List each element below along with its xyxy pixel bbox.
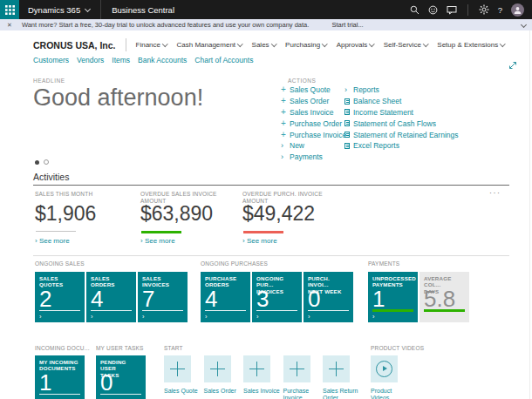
menu-self-service[interactable]: Self-Service [384,41,428,49]
cue-tile-pending-user-tasks[interactable]: PENDING USER TASKS 0 › [96,355,146,399]
link-customers[interactable]: Customers [33,56,69,64]
more-options-icon[interactable]: ··· [489,188,501,197]
menu-setup-extensions[interactable]: Setup & Extensions [437,41,504,49]
cue-tile-unprocessed-payments[interactable]: UNPROCESSED PAYMENTS 1 › [368,272,418,322]
kpi-sales-this-month: SALES THIS MONTH $1,906 › See more [35,191,135,245]
dynamics-365-menu[interactable]: Dynamics 365 [28,5,80,15]
start-tiles: Sales Quote Sales Order Sales Invoice Pu… [164,355,350,399]
action-group-new[interactable]: ›New [281,140,346,152]
action-income-statement[interactable]: Income Statement [344,107,459,118]
link-bank-accounts[interactable]: Bank Accounts [138,56,187,64]
trial-notification-bar: ✕ Want more? Start a free, 30-day trial … [0,19,532,30]
tile-underline [39,310,80,311]
kpi-value[interactable]: $1,906 [35,202,96,226]
tile-status-bar [372,309,413,312]
new-sales-return-order-tile[interactable] [323,355,350,382]
business-central-home-page: Dynamics 365 Business Central [0,0,532,399]
see-more-link[interactable]: › See more [35,237,70,245]
start-item-sales-return-order: Sales Return Order [323,355,350,399]
action-statement-retained-earnings[interactable]: Statement of Retained Earnings [344,129,459,140]
person-icon [514,6,522,14]
scrollbar-track[interactable] [529,30,530,399]
cue-tile-sales-orders[interactable]: SALES ORDERS 4 › [86,272,136,322]
cue-tile-purchase-orders[interactable]: PURCHASE ORDERS 4 › [201,272,250,322]
link-items[interactable]: Items [112,56,130,64]
start-item-sales-quote: Sales Quote [164,355,191,399]
action-new-sales-quote[interactable]: +Sales Quote [281,85,346,96]
kpi-value[interactable]: $63,890 [140,202,213,226]
menu-finance[interactable]: Finance [136,41,167,49]
cue-tile-purchase-invoices-next-week[interactable]: PURCH. INVOI... NEXT WEEK 0 › [304,272,353,322]
action-new-sales-order[interactable]: +Sales Order [281,96,346,107]
ongoing-sales-tiles: SALES QUOTES 2 › SALES ORDERS 4 › SALES … [35,272,188,322]
report-icon [344,109,350,115]
help-button[interactable]: ? [498,5,502,15]
action-balance-sheet[interactable]: Balance Sheet [344,96,459,107]
chevron-right-icon: › [242,237,245,245]
company-name[interactable]: CRONUS USA, Inc. [33,40,116,51]
menu-approvals[interactable]: Approvals [337,41,374,49]
new-purchase-invoice-tile[interactable] [283,355,310,382]
see-more-link[interactable]: › See more [242,237,277,245]
nav-divider [126,38,126,51]
cue-tile-sales-quotes[interactable]: SALES QUOTES 2 › [35,272,85,322]
chevron-down-icon [322,41,327,46]
payments-tiles: UNPROCESSED PAYMENTS 1 › AVERAGE COL... … [368,272,469,322]
chevron-right-icon: › [281,152,290,161]
action-group-reports[interactable]: ›Reports [344,85,459,96]
menu-cash-management[interactable]: Cash Management [176,41,242,49]
menu-purchasing[interactable]: Purchasing [285,41,327,49]
topbar-divider [100,0,101,19]
cue-tile-average-collection-days[interactable]: AVERAGE COL... DAYS 5.8 [419,272,469,322]
actions-column-1: +Sales Quote +Sales Order +Sales Invoice… [281,85,346,163]
cue-tile-my-incoming-documents[interactable]: MY INCOMING DOCUMENTS 1 › [35,355,85,399]
group-title-my-user-tasks: MY USER TASKS [96,345,144,351]
new-sales-quote-tile[interactable] [164,355,191,382]
link-vendors[interactable]: Vendors [77,56,104,64]
action-new-purchase-invoice[interactable]: +Purchase Invoice [281,129,346,140]
link-chart-of-accounts[interactable]: Chart of Accounts [194,56,253,64]
chevron-down-icon[interactable] [521,22,527,28]
start-item-sales-invoice: Sales Invoice [243,355,270,399]
carousel-dot-active[interactable] [35,160,39,165]
chevron-right-icon: › [308,313,310,321]
expand-icon[interactable] [508,57,517,73]
message-bubble-icon[interactable] [447,5,457,15]
new-sales-order-tile[interactable] [204,355,231,382]
action-new-purchase-order[interactable]: +Purchase Order [281,118,346,129]
headline-label: HEADLINE [33,78,65,84]
plus-icon: + [281,119,290,128]
action-group-payments[interactable]: ›Payments [281,152,346,163]
group-title-ongoing-purchases: ONGOING PURCHASES [201,260,268,267]
kpi-value[interactable]: $49,422 [242,202,315,226]
search-icon[interactable] [410,5,419,15]
settings-gear-icon[interactable] [479,4,489,15]
action-excel-reports[interactable]: Excel Reports [344,140,459,152]
action-new-sales-invoice[interactable]: +Sales Invoice [281,107,346,118]
product-videos-tile[interactable] [371,355,398,382]
ongoing-purchases-tiles: PURCHASE ORDERS 4 › ONGOING PUR... INVOI… [201,272,353,322]
chevron-right-icon: › [142,313,145,321]
group-title-start: START [164,345,183,351]
tile-underline [142,310,183,311]
menu-sales[interactable]: Sales [252,41,276,49]
start-trial-link[interactable]: Start trial... [331,21,363,29]
feedback-smiley-icon[interactable] [428,5,438,15]
plus-icon: + [281,108,290,117]
app-launcher-button[interactable] [0,0,19,19]
new-sales-invoice-tile[interactable] [243,355,270,382]
user-avatar[interactable] [511,3,524,17]
report-icon [344,132,350,138]
carousel-dot[interactable] [44,159,49,165]
close-icon[interactable]: ✕ [7,22,12,29]
cue-tile-sales-invoices[interactable]: SALES INVOICES 7 › [138,272,188,322]
chevron-right-icon: › [344,85,353,94]
chevron-right-icon: › [91,313,93,321]
product-videos-item: Product Videos [371,355,398,399]
cue-tile-ongoing-purchase-invoices[interactable]: ONGOING PUR... INVOICES 3 › [252,272,302,322]
tile-underline [308,310,349,311]
actions-label: ACTIONS [288,78,316,84]
action-statement-cash-flows[interactable]: Statement of Cash Flows [344,118,459,129]
activities-title: Activities [33,172,69,182]
see-more-link[interactable]: › See more [140,237,175,245]
